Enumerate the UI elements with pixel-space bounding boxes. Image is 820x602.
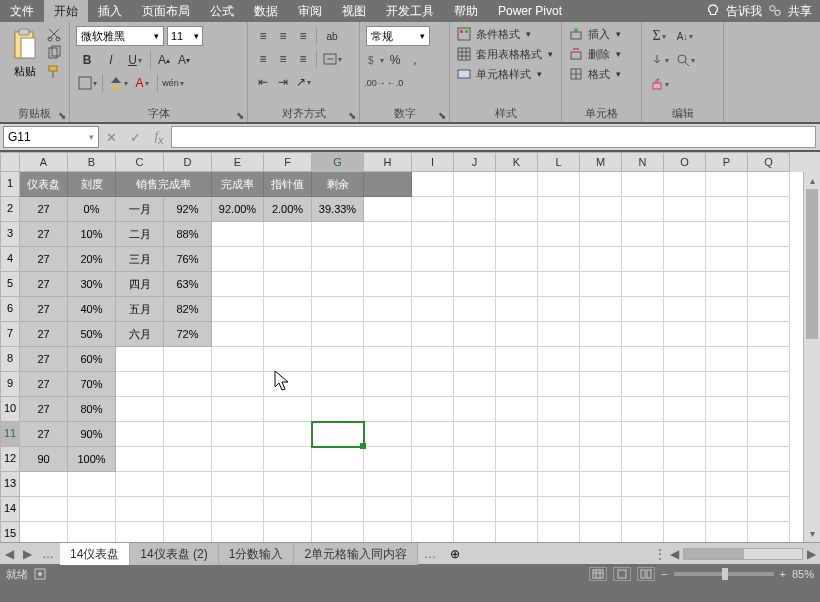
cell[interactable]	[748, 272, 790, 297]
sheet-more[interactable]: …	[418, 547, 442, 561]
row-header[interactable]: 5	[0, 272, 20, 297]
cell[interactable]	[706, 197, 748, 222]
cell[interactable]	[312, 447, 364, 472]
row-header[interactable]: 8	[0, 347, 20, 372]
row-header[interactable]: 7	[0, 322, 20, 347]
cell[interactable]	[116, 347, 164, 372]
sheet-tab[interactable]: 2单元格输入同内容	[294, 543, 418, 565]
cell[interactable]	[664, 347, 706, 372]
new-sheet-button[interactable]: ⊕	[442, 547, 468, 561]
grow-font-button[interactable]: A▴	[155, 50, 173, 70]
col-header[interactable]: O	[664, 152, 706, 172]
cell[interactable]	[412, 247, 454, 272]
orientation-button[interactable]: ↗	[294, 72, 312, 92]
cell[interactable]: 76%	[164, 247, 212, 272]
cell[interactable]	[412, 472, 454, 497]
tab-pivot[interactable]: Power Pivot	[488, 0, 572, 22]
cell[interactable]	[748, 447, 790, 472]
cell[interactable]	[454, 297, 496, 322]
col-header[interactable]: B	[68, 152, 116, 172]
cell[interactable]: 27	[20, 222, 68, 247]
cell[interactable]	[664, 397, 706, 422]
cell[interactable]	[748, 397, 790, 422]
cell[interactable]	[212, 422, 264, 447]
fill-button[interactable]	[648, 50, 670, 70]
fx-button[interactable]: fx	[147, 128, 171, 146]
cell[interactable]: 27	[20, 347, 68, 372]
cell[interactable]	[454, 247, 496, 272]
cell[interactable]	[538, 372, 580, 397]
cell[interactable]: 仪表盘	[20, 172, 68, 197]
comma-button[interactable]: ,	[406, 50, 424, 70]
cell[interactable]	[580, 247, 622, 272]
cell[interactable]	[664, 272, 706, 297]
cell[interactable]	[212, 322, 264, 347]
cell[interactable]	[454, 422, 496, 447]
cell[interactable]	[664, 522, 706, 542]
cell[interactable]	[622, 347, 664, 372]
scroll-down-button[interactable]: ▾	[804, 525, 820, 542]
cell[interactable]	[164, 447, 212, 472]
tab-insert[interactable]: 插入	[88, 0, 132, 22]
cell[interactable]: 27	[20, 272, 68, 297]
cell[interactable]	[212, 247, 264, 272]
cell[interactable]: 80%	[68, 397, 116, 422]
name-box[interactable]: G11▾	[3, 126, 99, 148]
cell[interactable]	[580, 322, 622, 347]
cell[interactable]: 30%	[68, 272, 116, 297]
cell[interactable]	[364, 472, 412, 497]
paste-button[interactable]: 粘贴	[6, 26, 44, 80]
cell[interactable]	[580, 397, 622, 422]
clipboard-dialog-launcher[interactable]: ⬊	[58, 110, 66, 121]
cell[interactable]	[538, 422, 580, 447]
cell[interactable]	[580, 222, 622, 247]
insert-cells-button[interactable]: 插入▾	[568, 26, 635, 42]
hscroll-right[interactable]: ▶	[807, 547, 816, 561]
cell[interactable]	[164, 397, 212, 422]
cell[interactable]	[116, 447, 164, 472]
tab-dev[interactable]: 开发工具	[376, 0, 444, 22]
cell[interactable]	[622, 172, 664, 197]
cell[interactable]: 0%	[68, 197, 116, 222]
cell[interactable]	[454, 372, 496, 397]
cell[interactable]: 90	[20, 447, 68, 472]
cell[interactable]: 82%	[164, 297, 212, 322]
cell[interactable]	[538, 222, 580, 247]
row-header[interactable]: 2	[0, 197, 20, 222]
cell[interactable]	[706, 472, 748, 497]
cell[interactable]: 27	[20, 297, 68, 322]
enter-formula-button[interactable]: ✓	[123, 130, 147, 145]
cell[interactable]	[364, 497, 412, 522]
col-header[interactable]: C	[116, 152, 164, 172]
cell[interactable]	[412, 372, 454, 397]
select-all-corner[interactable]	[0, 152, 20, 172]
align-bottom-button[interactable]: ≡	[294, 26, 312, 46]
cell[interactable]	[496, 422, 538, 447]
cell[interactable]	[664, 197, 706, 222]
cell[interactable]: 72%	[164, 322, 212, 347]
cell[interactable]	[312, 322, 364, 347]
cell[interactable]	[116, 372, 164, 397]
border-button[interactable]	[76, 73, 98, 93]
horizontal-scrollbar[interactable]	[683, 548, 803, 560]
cell[interactable]	[212, 372, 264, 397]
cell[interactable]	[264, 422, 312, 447]
cell[interactable]	[622, 422, 664, 447]
cell[interactable]: 10%	[68, 222, 116, 247]
cell[interactable]	[312, 297, 364, 322]
cell[interactable]	[264, 272, 312, 297]
cell[interactable]	[622, 222, 664, 247]
cell[interactable]: 39.33%	[312, 197, 364, 222]
cell[interactable]	[454, 497, 496, 522]
cell[interactable]	[116, 422, 164, 447]
cell[interactable]	[212, 497, 264, 522]
cell[interactable]	[706, 372, 748, 397]
cell[interactable]: 27	[20, 322, 68, 347]
row-header[interactable]: 15	[0, 522, 20, 542]
cell[interactable]	[20, 522, 68, 542]
cell[interactable]	[312, 522, 364, 542]
cell[interactable]	[212, 297, 264, 322]
cell[interactable]	[748, 322, 790, 347]
cell[interactable]	[412, 172, 454, 197]
cell[interactable]: 70%	[68, 372, 116, 397]
